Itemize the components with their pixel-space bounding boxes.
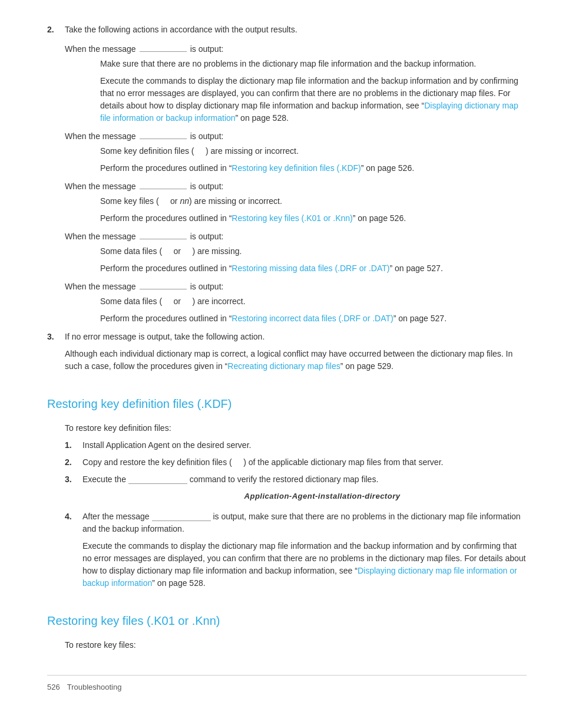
section1-step-4: 4. After the message is output, make sur… (65, 510, 527, 594)
when-4-line2: Perform the procedures outlined in “Rest… (100, 262, 527, 275)
footer-page-number: 526 (47, 681, 60, 693)
when-5-content: Some data files ( or ) are incorrect. Pe… (100, 295, 527, 325)
section1-step-1: 1. Install Application Agent on the desi… (65, 439, 527, 452)
when-4-line1: Some data files ( or ) are missing. (100, 245, 527, 258)
section1-intro: To restore key definition files: (65, 422, 527, 434)
when-message-row-5: When the message is output: (65, 281, 527, 293)
section1-step-3-prefix: Execute the (82, 475, 126, 484)
link-recreating-dict[interactable]: Recreating dictionary map files (227, 361, 340, 371)
when-1-para-2: Execute the commands to display the dict… (100, 75, 527, 124)
when-3-line2: Perform the procedures outlined in “Rest… (100, 212, 527, 225)
step-2-number: 2. (47, 24, 65, 36)
step-3-content: If no error message is output, take the … (65, 331, 527, 377)
section2-intro: To restore key files: (65, 639, 527, 651)
step-3-text: If no error message is output, take the … (65, 331, 527, 343)
when-message-row-1: When the message is output: (65, 43, 527, 55)
when-2-content: Some key definition files ( ) are missin… (100, 145, 527, 174)
section1-step-3-text: Execute the command to verify the restor… (82, 473, 527, 486)
when-1-para-1: Make sure that there are no problems in … (100, 58, 527, 70)
when-3-line1-suffix: ) are missing or incorrect. (189, 196, 282, 206)
when-4-line2-prefix: Perform the procedures outlined in “ (100, 263, 232, 273)
section1-step-3-cmd-placeholder (128, 476, 187, 484)
section1-heading: Restoring key definition files (.KDF) (47, 395, 527, 413)
when-2-line2-prefix: Perform the procedures outlined in “ (100, 163, 232, 173)
when-3-line1-prefix: Some key files ( or (100, 196, 180, 206)
link-restoring-k01[interactable]: Restoring key files (.K01 or .Knn) (232, 213, 352, 223)
link-restoring-kdf[interactable]: Restoring key definition files (.KDF) (232, 163, 361, 173)
section1-step-2: 2. Copy and restore the key definition f… (65, 456, 527, 469)
message-placeholder-1 (140, 44, 187, 52)
message-placeholder-3 (140, 181, 187, 189)
step-3-number: 3. (47, 331, 65, 377)
section1-step-1-text: Install Application Agent on the desired… (82, 439, 527, 452)
footer-label: Troubleshooting (67, 681, 122, 693)
when-suffix-3: is output: (190, 180, 224, 193)
link-restoring-incorrect-drf[interactable]: Restoring incorrect data files (.DRF or … (232, 314, 393, 323)
when-block-3: When the message is output: Some key fil… (65, 180, 527, 225)
when-3-line1: Some key files ( or nn) are missing or i… (100, 195, 527, 207)
when-3-content: Some key files ( or nn) are missing or i… (100, 195, 527, 225)
section1-step-1-number: 1. (65, 439, 82, 452)
when-3-line2-prefix: Perform the procedures outlined in “ (100, 213, 232, 223)
section2-heading: Restoring key files (.K01 or .Knn) (47, 612, 527, 630)
when-2-line1: Some key definition files ( ) are missin… (100, 145, 527, 157)
when-label-2: When the message (65, 130, 136, 143)
section1-step-2-number: 2. (65, 456, 82, 469)
when-5-line2: Perform the procedures outlined in “Rest… (100, 312, 527, 325)
when-4-line2-suffix: ” on page 527. (389, 263, 442, 273)
section1-step-3-italic: Application-Agent-installation-directory (118, 490, 527, 502)
when-2-line2-suffix: ” on page 526. (361, 163, 414, 173)
when-3-line2-suffix: ” on page 526. (353, 213, 406, 223)
when-5-line2-suffix: ” on page 527. (394, 314, 447, 323)
when-block-2: When the message is output: Some key def… (65, 130, 527, 174)
section1-step-4-content: After the message is output, make sure t… (82, 510, 527, 594)
section1-step-3-content: Execute the command to verify the restor… (82, 473, 527, 506)
footer: 526 Troubleshooting (47, 675, 527, 693)
when-suffix-1: is output: (190, 43, 224, 55)
step-2-text: Take the following actions in accordance… (65, 24, 527, 36)
when-message-row-4: When the message is output: (65, 230, 527, 243)
section1-step-4-text: After the message is output, make sure t… (82, 510, 527, 535)
section1-step-4-body: Execute the commands to display the dict… (82, 540, 527, 589)
section1-step-3: 3. Execute the command to verify the res… (65, 473, 527, 506)
step-2-intro: 2. Take the following actions in accorda… (47, 24, 527, 36)
when-suffix-5: is output: (190, 281, 224, 293)
section1-step-3-number: 3. (65, 473, 82, 506)
when-label-3: When the message (65, 180, 136, 193)
message-placeholder-5 (140, 281, 187, 289)
step-3: 3. If no error message is output, take t… (47, 331, 527, 377)
when-label-1: When the message (65, 43, 136, 55)
when-1-content-1: Make sure that there are no problems in … (100, 58, 527, 124)
section1-step-4-msg-placeholder (152, 513, 211, 521)
when-label-4: When the message (65, 230, 136, 243)
when-block-1: When the message is output: Make sure th… (65, 43, 527, 124)
when-2-line2: Perform the procedures outlined in “Rest… (100, 162, 527, 174)
when-4-content: Some data files ( or ) are missing. Perf… (100, 245, 527, 275)
when-suffix-4: is output: (190, 230, 224, 243)
message-placeholder-4 (140, 231, 187, 239)
when-message-row-2: When the message is output: (65, 130, 527, 143)
section1-step-3-suffix: command to verify the restored dictionar… (190, 475, 379, 484)
when-1-link-suffix: ” on page 528. (236, 113, 289, 123)
link-restoring-missing-drf[interactable]: Restoring missing data files (.DRF or .D… (232, 263, 389, 273)
section1-step-4-number: 4. (65, 510, 82, 594)
when-block-4: When the message is output: Some data fi… (65, 230, 527, 275)
when-3-line1-italic: nn (180, 196, 189, 206)
when-label-5: When the message (65, 281, 136, 293)
when-5-line2-prefix: Perform the procedures outlined in “ (100, 314, 232, 323)
when-5-line1: Some data files ( or ) are incorrect. (100, 295, 527, 308)
when-message-row-3: When the message is output: (65, 180, 527, 193)
section1-step-4-link-suffix: ” on page 528. (152, 578, 205, 588)
section1-step-4-prefix: After the message (82, 512, 150, 521)
when-suffix-2: is output: (190, 130, 224, 143)
step-3-body: Although each individual dictionary map … (65, 348, 527, 373)
message-placeholder-2 (140, 131, 187, 139)
when-block-5: When the message is output: Some data fi… (65, 281, 527, 325)
section1-step-2-text: Copy and restore the key definition file… (82, 456, 527, 469)
step-3-body-suffix: ” on page 529. (340, 361, 394, 371)
